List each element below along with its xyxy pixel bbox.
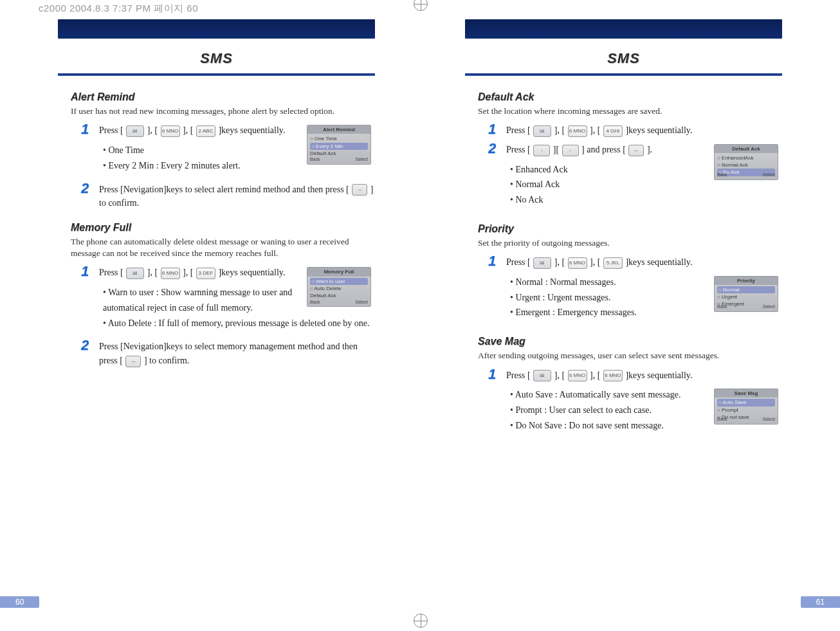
text: ]keys sequentially. bbox=[625, 370, 692, 380]
key-6-icon: 6 MNO bbox=[568, 370, 587, 381]
page-number: 61 bbox=[801, 596, 840, 608]
text: ], [ bbox=[554, 370, 565, 380]
screenshot-line: ○ Normal Ack bbox=[717, 161, 775, 169]
text: ]keys sequentially. bbox=[218, 125, 285, 135]
key-5-icon: 5 JKL bbox=[603, 257, 623, 269]
key-2-icon: 2 ABC bbox=[196, 125, 215, 137]
step-text: Press [ ], [ 6 MNO ], [ 4 GHI ]keys sequ… bbox=[506, 123, 782, 138]
text: Press [ bbox=[506, 125, 531, 135]
section-heading-priority: Priority bbox=[478, 223, 782, 235]
text: ], [ bbox=[147, 125, 158, 135]
page-left: SMS Alert Remind If user has not read ne… bbox=[0, 19, 420, 631]
section-desc: If user has not read new incoming messag… bbox=[71, 105, 375, 117]
softkey-left: Back bbox=[310, 299, 320, 306]
text: Press [ bbox=[506, 257, 531, 267]
text: ], [ bbox=[147, 268, 158, 277]
step-text: Press [ ], [ 6 MNO ], [ 2 ABC ]keys sequ… bbox=[99, 123, 299, 138]
section-desc: The phone can automatically delete oldes… bbox=[71, 236, 375, 259]
msg-key-icon bbox=[533, 257, 551, 269]
bullet-item: Auto Delete : If full of memory, previou… bbox=[103, 316, 375, 331]
section-desc: Set the priority of outgoing messages. bbox=[478, 237, 782, 249]
key-4-icon: 4 GHI bbox=[603, 125, 623, 137]
text: ]. bbox=[647, 145, 652, 154]
key-6-icon: 6 MNO bbox=[568, 125, 587, 137]
text: ][ bbox=[553, 145, 559, 154]
text: Press [ bbox=[99, 125, 123, 135]
section-heading-default-ack: Default Ack bbox=[478, 91, 782, 103]
text: ], [ bbox=[183, 268, 193, 277]
msg-key-icon bbox=[126, 268, 144, 279]
title-underline bbox=[465, 73, 782, 76]
softkey-left: Back bbox=[717, 416, 727, 423]
title-underline bbox=[58, 73, 375, 76]
screenshot-line: ○ Normal bbox=[717, 286, 775, 293]
key-6-icon: 6 MNO bbox=[568, 257, 587, 269]
screenshot-title: Priority bbox=[715, 277, 778, 285]
screenshot-title: Default Ack bbox=[715, 145, 778, 153]
step: 2 Press [ ][ ] and press [ ]. bbox=[488, 143, 706, 157]
step-text: Press [ ], [ 6 MNO ], [ 6 MNO ]keys sequ… bbox=[506, 369, 782, 383]
step-number: 1 bbox=[81, 122, 93, 136]
screenshot-softkeys: Back Select bbox=[310, 299, 368, 306]
text: ], [ bbox=[590, 370, 600, 380]
screenshot-line: ○ Prompt bbox=[717, 407, 775, 414]
key-6-icon: 6 MNO bbox=[603, 370, 623, 381]
section-desc: After sending outgoing messages, user ca… bbox=[478, 350, 782, 361]
text: ], [ bbox=[590, 257, 600, 267]
screenshot-line: ○ EnhancedAck bbox=[717, 154, 775, 161]
phone-screenshot-priority: Priority ○ Normal ○ Urgent ○ Emergent Ba… bbox=[714, 276, 778, 312]
softkey-left: Back bbox=[310, 156, 320, 163]
page-right: SMS Default Ack Set the location where i… bbox=[420, 19, 840, 631]
header-bar bbox=[58, 19, 375, 39]
screenshot-line: Default Ack bbox=[310, 292, 368, 299]
softkey-left: Back bbox=[717, 304, 727, 310]
softkey-right: Select bbox=[356, 156, 368, 163]
key-6-icon: 6 MNO bbox=[161, 268, 180, 279]
step-text: Press [Nevigation]keys to select memory … bbox=[99, 340, 375, 367]
ok-key-icon bbox=[628, 145, 644, 156]
step-text: Press [ ], [ 6 MNO ], [ 3 DEF ]keys sequ… bbox=[99, 266, 299, 280]
step: 1 Press [ ], [ 6 MNO ], [ 6 MNO ]keys se… bbox=[488, 369, 782, 383]
step-number: 1 bbox=[488, 122, 500, 136]
step: 1 Press [ ], [ 6 MNO ], [ 3 DEF ]keys se… bbox=[81, 266, 299, 280]
nav-key-icon bbox=[562, 145, 579, 156]
screenshot-line: ○ Urgent bbox=[717, 293, 775, 300]
softkey-right: Select bbox=[763, 304, 775, 310]
phone-screenshot-save-msg: Save Msg ○ Auto Save ○ Prompt ○ Do not s… bbox=[714, 389, 778, 425]
text: ]keys sequentially. bbox=[625, 257, 692, 267]
step: 1 Press [ ], [ 6 MNO ], [ 4 GHI ]keys se… bbox=[488, 123, 782, 138]
text: Press [ bbox=[506, 145, 531, 154]
screenshot-softkeys: Back Select bbox=[717, 304, 775, 310]
header-bar bbox=[465, 19, 782, 39]
bullet-item: No Ack bbox=[510, 192, 782, 208]
text: ], [ bbox=[590, 125, 600, 135]
section-desc: Set the location where incoming messages… bbox=[478, 105, 782, 117]
step: 1 Press [ ], [ 6 MNO ], [ 2 ABC ]keys se… bbox=[81, 123, 299, 138]
section-heading-alert-remind: Alert Remind bbox=[71, 91, 375, 103]
step: 2 Press [Nevigation]keys to select alert… bbox=[81, 183, 375, 210]
key-3-icon: 3 DEF bbox=[196, 268, 215, 279]
screenshot-title: Save Msg bbox=[715, 389, 778, 398]
screenshot-line: ○ Every 2 Min bbox=[310, 143, 368, 150]
text: Press [ bbox=[99, 268, 123, 277]
step-number: 2 bbox=[81, 338, 93, 352]
softkey-left: Back bbox=[717, 172, 727, 178]
screenshot-title: Alert Remind bbox=[307, 125, 370, 134]
text: ], [ bbox=[554, 125, 565, 135]
screenshot-line: Default Ack bbox=[310, 150, 368, 157]
step-number: 1 bbox=[488, 254, 500, 268]
screenshot-line: ○ One Time bbox=[310, 135, 368, 142]
softkey-right: Select bbox=[356, 299, 368, 306]
screenshot-line: ○ Auto Save bbox=[717, 399, 775, 406]
text: ], [ bbox=[554, 257, 565, 267]
softkey-right: Select bbox=[763, 172, 775, 178]
text: ]keys sequentially. bbox=[625, 125, 692, 135]
ok-key-icon bbox=[352, 184, 367, 196]
screenshot-title: Memory Full bbox=[307, 268, 370, 276]
screenshot-softkeys: Back Select bbox=[717, 172, 775, 178]
key-6-icon: 6 MNO bbox=[161, 125, 180, 137]
phone-screenshot-default-ack: Default Ack ○ EnhancedAck ○ Normal Ack ○… bbox=[714, 144, 778, 180]
softkey-right: Select bbox=[763, 416, 775, 423]
page-spread: SMS Alert Remind If user has not read ne… bbox=[0, 0, 840, 631]
screenshot-line: ○ Auto Delete bbox=[310, 285, 368, 292]
